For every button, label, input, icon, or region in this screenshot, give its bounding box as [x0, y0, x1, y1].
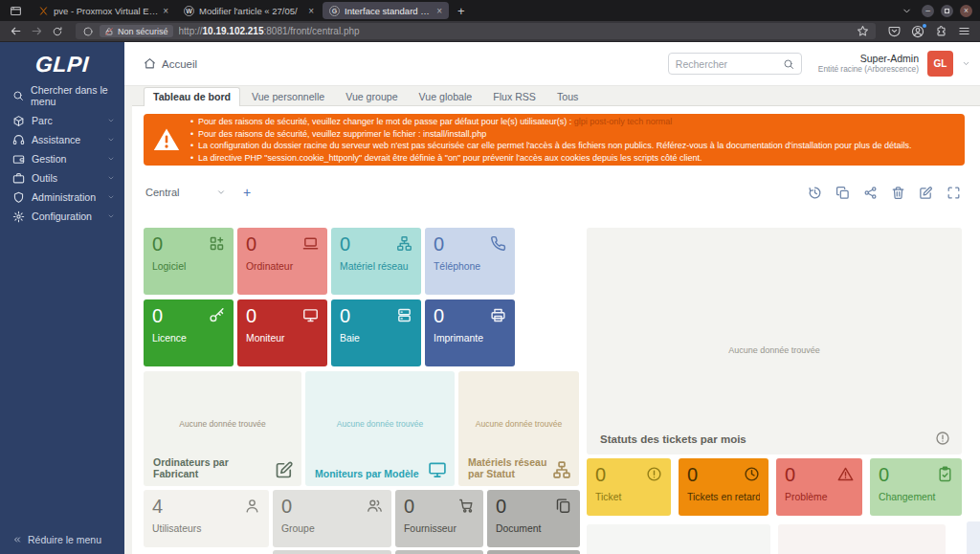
card-label: Licence	[152, 333, 225, 343]
tab-flux-rss[interactable]: Flux RSS	[483, 87, 546, 105]
files-icon	[555, 498, 571, 514]
close-tab-icon[interactable]: ×	[436, 6, 442, 16]
chevron-down-icon	[216, 188, 226, 197]
collapse-menu-button[interactable]: Réduire le menu	[12, 534, 101, 545]
card-label: Groupe	[281, 523, 383, 534]
security-chip[interactable]: Non sécurisé	[100, 25, 173, 37]
add-dashboard-button[interactable]: +	[243, 186, 251, 199]
phone-icon	[490, 235, 506, 252]
tab-vue-personnelle[interactable]: Vue personnelle	[242, 87, 334, 105]
bookmark-star-icon[interactable]	[857, 25, 869, 37]
sidebar-search[interactable]: Chercher dans le menu	[0, 86, 124, 105]
card-label: Changement	[879, 492, 953, 502]
avatar[interactable]: GL	[927, 51, 953, 77]
stat-card-materiel-reseau[interactable]: 0 Matériel réseau	[331, 228, 421, 295]
shield-permissions-icon[interactable]	[82, 26, 94, 37]
pocket-icon[interactable]	[888, 25, 901, 37]
chart-card-ordinateurs-par-fabricant: Aucune donnée trouvée Ordinateurs par Fa…	[144, 371, 301, 486]
topbar: Accueil Super-Admin Entité racine (Arbor…	[124, 42, 980, 86]
chart-card-title: Ordinateurs par Fabricant	[153, 456, 270, 479]
stat-card-document[interactable]: 0 Document	[487, 490, 580, 547]
tab-tableau-de-bord[interactable]: Tableau de bord	[144, 87, 240, 106]
stat-card-tickets-en-retard[interactable]: 0 Tickets en retard	[679, 458, 768, 516]
account-icon[interactable]	[911, 25, 924, 38]
stat-card-imprimante[interactable]: 0 Imprimante	[425, 299, 515, 366]
chart-cards-row: Aucune donnée trouvée Ordinateurs par Fa…	[144, 371, 579, 486]
window-controls: – ×	[922, 5, 972, 17]
clipboard-check-icon	[937, 466, 953, 482]
alert-message: La directive PHP "session.cookie_httponl…	[189, 152, 912, 165]
sidebar-item-gestion[interactable]: Gestion	[0, 149, 124, 168]
window-close-button[interactable]: ×	[960, 5, 972, 17]
wallet-icon	[12, 153, 25, 166]
stat-card-changement[interactable]: 0 Changement	[870, 458, 962, 516]
dashboard-actions	[808, 186, 961, 200]
glpi-favicon: G	[329, 6, 340, 16]
chevron-down-icon[interactable]	[962, 59, 970, 68]
firefox-view-button[interactable]	[0, 0, 31, 21]
card-label: Document	[496, 523, 571, 534]
fullscreen-icon[interactable]	[947, 186, 961, 200]
trash-icon[interactable]	[891, 186, 905, 200]
menu-hamburger-icon[interactable]	[958, 25, 970, 37]
gear-icon	[12, 211, 25, 223]
user-menu[interactable]: Super-Admin Entité racine (Arborescence)	[818, 53, 919, 75]
stat-card-fournisseur[interactable]: 0 Fournisseur	[395, 490, 483, 547]
empty-data-text: Aucune donnée trouvée	[305, 419, 455, 429]
tab-overflow-icon[interactable]	[902, 6, 912, 16]
clone-icon[interactable]	[835, 186, 850, 200]
browser-url-bar: Non sécurisé http://10.19.102.215:8081/f…	[0, 21, 980, 42]
breadcrumb[interactable]: Accueil	[144, 57, 197, 70]
stat-card-moniteur[interactable]: 0 Moniteur	[237, 299, 327, 366]
user-name: Super-Admin	[818, 53, 919, 65]
card-label: Utilisateurs	[152, 523, 260, 534]
tab-title: Modifier l'article « 27/05/	[199, 6, 303, 16]
browser-tab-pve-proxmox-virtual-env[interactable]: pve - Proxmox Virtual Env×	[32, 2, 175, 19]
warning-icon	[144, 126, 189, 153]
new-tab-button[interactable]: +	[450, 4, 473, 18]
search-icon[interactable]	[783, 58, 794, 70]
close-tab-icon[interactable]: ×	[308, 6, 314, 16]
browser-tab-modifier-l-article-27-05[interactable]: WModifier l'article « 27/05/×	[177, 2, 321, 19]
wordpress-icon: W	[184, 6, 194, 16]
stat-card-logiciel[interactable]: 0 Logiciel	[144, 228, 234, 295]
dashboard-selector[interactable]: Central	[145, 187, 226, 198]
extensions-icon[interactable]	[935, 25, 947, 37]
browser-tab-interface-standard-glpi[interactable]: GInterface standard - GLPI×	[323, 2, 449, 19]
tab-tous[interactable]: Tous	[547, 87, 588, 105]
window-maximize-button[interactable]	[941, 5, 953, 17]
window-minimize-button[interactable]: –	[922, 5, 934, 17]
alert-circle-icon	[646, 466, 662, 482]
glpi-logo[interactable]: GLPI	[0, 42, 126, 86]
sidebar-item-label: Configuration	[32, 211, 92, 222]
history-icon[interactable]	[808, 186, 822, 200]
stat-card-ticket[interactable]: 0 Ticket	[587, 458, 671, 516]
user-entity: Entité racine (Arborescence)	[818, 65, 919, 75]
reload-icon[interactable]	[52, 26, 63, 37]
edit-icon[interactable]	[919, 186, 933, 200]
forward-icon[interactable]	[31, 25, 43, 37]
global-search-input[interactable]	[676, 58, 779, 70]
stat-card-ordinateur[interactable]: 0 Ordinateur	[237, 228, 327, 295]
sidebar-item-configuration[interactable]: Configuration	[0, 207, 124, 226]
stat-card-baie[interactable]: 0 Baie	[331, 299, 421, 366]
card-label: Imprimante	[434, 333, 506, 343]
collapse-menu-label: Réduire le menu	[28, 534, 101, 545]
share-icon[interactable]	[863, 186, 878, 200]
close-tab-icon[interactable]: ×	[163, 6, 168, 16]
sidebar-item-administration[interactable]: Administration	[0, 188, 124, 207]
sidebar-item-outils[interactable]: Outils	[0, 168, 124, 188]
stat-card-telephone[interactable]: 0 Téléphone	[425, 228, 515, 295]
sidebar-item-parc[interactable]: Parc	[0, 111, 124, 130]
stat-card-utilisateurs[interactable]: 4 Utilisateurs	[144, 490, 269, 547]
proxmox-icon	[38, 6, 49, 16]
stat-card-groupe[interactable]: 0 Groupe	[273, 490, 391, 547]
stat-card-licence[interactable]: 0 Licence	[144, 299, 234, 366]
back-icon[interactable]	[10, 25, 22, 37]
sidebar-item-assistance[interactable]: Assistance	[0, 130, 124, 149]
tab-vue-globale[interactable]: Vue globale	[410, 87, 482, 105]
security-alert: Pour des raisons de sécurité, veuillez c…	[144, 114, 965, 166]
address-bar[interactable]: Non sécurisé http://10.19.102.215:8081/f…	[76, 23, 876, 39]
tab-vue-groupe[interactable]: Vue groupe	[336, 87, 407, 105]
stat-card-probleme[interactable]: 0 Problème	[776, 458, 862, 516]
